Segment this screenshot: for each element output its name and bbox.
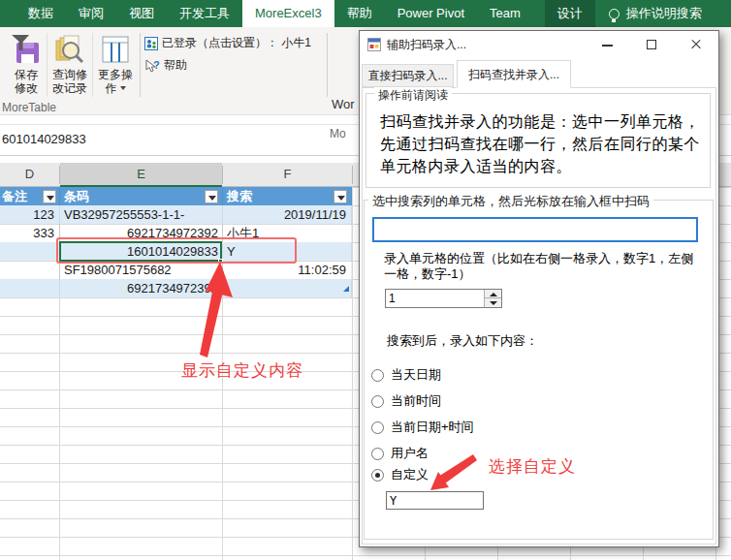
- cell[interactable]: VB32957255553-1-1-: [60, 205, 220, 224]
- radio-icon: [371, 421, 384, 434]
- position-label-line: 录入单元格的位置（比如在右侧一格录入，数字1，左侧: [384, 251, 704, 266]
- scan-code-input[interactable]: [372, 217, 698, 242]
- radio-today-date[interactable]: 当天日期: [371, 366, 441, 384]
- cell[interactable]: 6921734972392: [60, 279, 218, 297]
- button-label: 查询修: [52, 68, 87, 81]
- cell[interactable]: 6921734972392: [60, 224, 218, 242]
- radio-username[interactable]: 用户名: [371, 445, 429, 462]
- custom-value-input[interactable]: [386, 491, 484, 510]
- header-cell[interactable]: 条码: [60, 187, 201, 205]
- filter-button[interactable]: [205, 190, 218, 203]
- radio-date-time[interactable]: 当前日期+时间: [371, 419, 474, 436]
- excel-table: 备注 条码 搜索 123 VB32957255553-1-1- 2019/11/…: [0, 187, 352, 297]
- column-header-d[interactable]: D: [0, 163, 59, 187]
- save-changes-button[interactable]: 保存 修改: [5, 33, 48, 105]
- button-label: 更多操: [98, 68, 133, 81]
- clipped-ribbon-text: Wor: [332, 97, 355, 111]
- login-label: 已登录（点击设置）： 小牛1: [162, 35, 311, 51]
- cell[interactable]: SF1980071575682: [60, 261, 218, 279]
- tab-team[interactable]: Team: [477, 0, 533, 27]
- table-header-row: 备注 条码 搜索: [0, 187, 352, 205]
- arrow-down-icon: [490, 301, 497, 305]
- divider: [47, 33, 48, 97]
- arrow-up-icon: [490, 293, 497, 296]
- radio-label: 当前时间: [391, 392, 441, 410]
- table-row: 123 VB32957255553-1-1- 2019/11/19: [0, 205, 352, 224]
- tab-developer[interactable]: 开发工具: [167, 0, 242, 27]
- tab-scan-search[interactable]: 扫码查找并录入...: [457, 60, 571, 88]
- tab-view[interactable]: 视图: [116, 0, 167, 27]
- excel-tab-bar: 数据 审阅 视图 开发工具 MoreExcel3 帮助 Power Pivot …: [0, 0, 731, 27]
- login-status-button[interactable]: 已登录（点击设置）： 小牛1: [144, 35, 311, 51]
- column-separator: [59, 166, 60, 184]
- tab-moreexcel3[interactable]: MoreExcel3: [242, 0, 334, 27]
- radio-current-time[interactable]: 当前时间: [371, 392, 441, 410]
- button-label: 保存: [15, 68, 38, 81]
- tab-design[interactable]: 设计: [545, 0, 595, 27]
- filter-arrow-icon: [47, 196, 54, 201]
- tab-direct-scan[interactable]: 直接扫码录入...: [362, 64, 454, 87]
- cell[interactable]: 333: [0, 224, 54, 242]
- position-value-input[interactable]: [386, 290, 483, 307]
- stepper-down-button[interactable]: [484, 298, 501, 307]
- position-label-line: 一格，数字-1）: [384, 266, 704, 282]
- tab-powerpivot[interactable]: Power Pivot: [385, 0, 477, 27]
- radio-label: 当前日期+时间: [391, 419, 474, 436]
- selected-cell-border: [59, 241, 222, 262]
- content-options-label: 搜索到后，录入如下内容：: [387, 332, 538, 350]
- button-label: 修改: [15, 81, 38, 95]
- screen: 601014029833 D E F 备注 条码 搜索 123 VB329572…: [0, 0, 731, 560]
- position-label: 录入单元格的位置（比如在右侧一格录入，数字1，左侧 一格，数字-1）: [384, 251, 704, 282]
- read-instructions: 扫码查找并录入的功能是：选中一列单元格， 先通过扫码查找在哪一行，然后在同行的某…: [380, 110, 706, 177]
- table-grid-icon: [99, 33, 132, 66]
- cell[interactable]: 123: [0, 205, 54, 224]
- maximize-button[interactable]: [629, 31, 674, 58]
- more-actions-button[interactable]: 更多操 作: [94, 33, 137, 105]
- filter-button[interactable]: [43, 190, 56, 203]
- filter-arrow-icon: [208, 196, 216, 201]
- minimize-icon: [602, 45, 613, 47]
- radio-icon: [371, 395, 384, 408]
- column-header-e[interactable]: E: [60, 163, 222, 187]
- groupbox-title: 操作前请阅读: [374, 87, 452, 104]
- ribbon-group-label: MoreTable: [2, 101, 56, 114]
- table-resize-handle[interactable]: [343, 286, 349, 292]
- filter-button[interactable]: [334, 190, 347, 203]
- tell-me-search[interactable]: 操作说明搜索: [609, 0, 702, 27]
- users-icon: [144, 37, 158, 50]
- dropdown-caret-icon: [120, 86, 126, 90]
- table-row: 6921734972392: [0, 279, 352, 297]
- header-cell[interactable]: 搜索: [223, 187, 330, 205]
- table-row: 333 6921734972392 小牛1: [0, 224, 352, 242]
- tab-help[interactable]: 帮助: [334, 0, 385, 27]
- position-stepper: [385, 289, 502, 308]
- gridline: [351, 187, 352, 297]
- cell[interactable]: Y: [227, 242, 346, 261]
- cell[interactable]: 小牛1: [227, 224, 346, 242]
- scan-input-dialog: 辅助扫码录入... 直接扫码录入... 扫码查找并录入... 操作前请阅读 扫码…: [359, 30, 719, 547]
- read-line: 单元格内录入适当的内容。: [380, 155, 706, 177]
- divider: [140, 33, 141, 97]
- column-header-f[interactable]: F: [223, 163, 352, 187]
- help-label: 帮助: [164, 57, 187, 74]
- dialog-title-bar[interactable]: 辅助扫码录入...: [360, 31, 718, 58]
- cell[interactable]: 2019/11/19: [223, 205, 346, 224]
- column-separator: [222, 166, 223, 184]
- tab-data[interactable]: 数据: [16, 0, 66, 27]
- cell[interactable]: 11:02:59: [223, 261, 346, 279]
- close-button[interactable]: [674, 31, 718, 58]
- table-row: SF1980071575682 11:02:59: [0, 261, 352, 279]
- button-label: 改记录: [52, 81, 87, 95]
- query-history-button[interactable]: 查询修 改记录: [48, 33, 91, 105]
- read-line: 扫码查找并录入的功能是：选中一列单元格，: [380, 110, 706, 133]
- divider: [327, 33, 328, 97]
- button-label: 作: [106, 81, 117, 95]
- svg-text:?: ?: [153, 59, 160, 71]
- minimize-button[interactable]: [585, 31, 629, 58]
- formula-bar-value[interactable]: 601014029833: [2, 132, 86, 146]
- fill-handle[interactable]: [218, 259, 223, 264]
- help-button[interactable]: ? 帮助: [144, 57, 187, 74]
- tab-review[interactable]: 审阅: [66, 0, 116, 27]
- radio-custom[interactable]: 自定义: [371, 466, 429, 483]
- stepper-up-button[interactable]: [484, 290, 501, 298]
